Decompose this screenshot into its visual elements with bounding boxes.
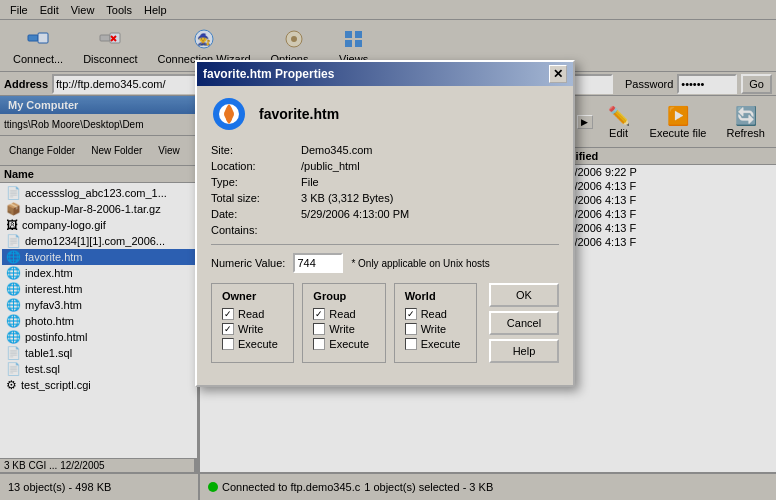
group-title: Group bbox=[313, 290, 374, 302]
field-label: Contains: bbox=[211, 224, 301, 236]
owner-title: Owner bbox=[222, 290, 283, 302]
group-write-checkbox[interactable] bbox=[313, 323, 325, 335]
field-label: Date: bbox=[211, 208, 301, 220]
cancel-button[interactable]: Cancel bbox=[489, 311, 559, 335]
group-write-label: Write bbox=[329, 323, 354, 335]
modal-buttons: OK Cancel Help bbox=[489, 283, 559, 363]
field-value: 5/29/2006 4:13:00 PM bbox=[301, 208, 409, 220]
file-type-icon bbox=[211, 96, 247, 132]
owner-execute-checkbox[interactable] bbox=[222, 338, 234, 350]
group-execute-row: Execute bbox=[313, 338, 374, 350]
group-read-row: ✓ Read bbox=[313, 308, 374, 320]
world-permissions: World ✓ Read Write Execute bbox=[394, 283, 477, 363]
group-read-checkbox[interactable]: ✓ bbox=[313, 308, 325, 320]
group-read-label: Read bbox=[329, 308, 355, 320]
field-label: Total size: bbox=[211, 192, 301, 204]
modal-field-row: Contains: bbox=[211, 224, 559, 236]
field-label: Location: bbox=[211, 160, 301, 172]
owner-write-label: Write bbox=[238, 323, 263, 335]
properties-dialog: favorite.htm Properties ✕ favorite.htm S… bbox=[195, 60, 575, 387]
field-value: File bbox=[301, 176, 319, 188]
modal-title: favorite.htm Properties bbox=[203, 67, 334, 81]
modal-field-row: Date:5/29/2006 4:13:00 PM bbox=[211, 208, 559, 220]
field-label: Site: bbox=[211, 144, 301, 156]
modal-close-button[interactable]: ✕ bbox=[549, 65, 567, 83]
modal-filename: favorite.htm bbox=[259, 106, 339, 122]
owner-write-checkbox[interactable]: ✓ bbox=[222, 323, 234, 335]
modal-titlebar: favorite.htm Properties ✕ bbox=[197, 62, 573, 86]
numeric-note: * Only applicable on Unix hosts bbox=[351, 258, 489, 269]
modal-content: favorite.htm Site:Demo345.comLocation:/p… bbox=[197, 86, 573, 385]
world-write-label: Write bbox=[421, 323, 446, 335]
owner-permissions: Owner ✓ Read ✓ Write Execute bbox=[211, 283, 294, 363]
group-write-row: Write bbox=[313, 323, 374, 335]
modal-field-row: Total size:3 KB (3,312 Bytes) bbox=[211, 192, 559, 204]
world-write-row: Write bbox=[405, 323, 466, 335]
world-execute-row: Execute bbox=[405, 338, 466, 350]
owner-read-row: ✓ Read bbox=[222, 308, 283, 320]
modal-icon-row: favorite.htm bbox=[211, 96, 559, 132]
field-value: Demo345.com bbox=[301, 144, 373, 156]
owner-execute-label: Execute bbox=[238, 338, 278, 350]
group-permissions: Group ✓ Read Write Execute bbox=[302, 283, 385, 363]
group-execute-checkbox[interactable] bbox=[313, 338, 325, 350]
owner-read-label: Read bbox=[238, 308, 264, 320]
modal-field-row: Type:File bbox=[211, 176, 559, 188]
numeric-label: Numeric Value: bbox=[211, 257, 285, 269]
world-title: World bbox=[405, 290, 466, 302]
owner-read-checkbox[interactable]: ✓ bbox=[222, 308, 234, 320]
modal-field-row: Site:Demo345.com bbox=[211, 144, 559, 156]
numeric-value-input[interactable] bbox=[293, 253, 343, 273]
world-read-checkbox[interactable]: ✓ bbox=[405, 308, 417, 320]
field-value: 3 KB (3,312 Bytes) bbox=[301, 192, 393, 204]
world-read-label: Read bbox=[421, 308, 447, 320]
permissions-area: Owner ✓ Read ✓ Write Execute bbox=[211, 283, 559, 363]
ok-button[interactable]: OK bbox=[489, 283, 559, 307]
world-execute-label: Execute bbox=[421, 338, 461, 350]
world-write-checkbox[interactable] bbox=[405, 323, 417, 335]
group-execute-label: Execute bbox=[329, 338, 369, 350]
svg-point-17 bbox=[224, 109, 234, 119]
world-read-row: ✓ Read bbox=[405, 308, 466, 320]
modal-field-row: Location:/public_html bbox=[211, 160, 559, 172]
owner-execute-row: Execute bbox=[222, 338, 283, 350]
modal-properties-table: Site:Demo345.comLocation:/public_htmlTyp… bbox=[211, 144, 559, 236]
owner-write-row: ✓ Write bbox=[222, 323, 283, 335]
numeric-value-row: Numeric Value: * Only applicable on Unix… bbox=[211, 244, 559, 273]
help-button[interactable]: Help bbox=[489, 339, 559, 363]
field-value: /public_html bbox=[301, 160, 360, 172]
modal-overlay: favorite.htm Properties ✕ favorite.htm S… bbox=[0, 0, 776, 500]
field-label: Type: bbox=[211, 176, 301, 188]
world-execute-checkbox[interactable] bbox=[405, 338, 417, 350]
